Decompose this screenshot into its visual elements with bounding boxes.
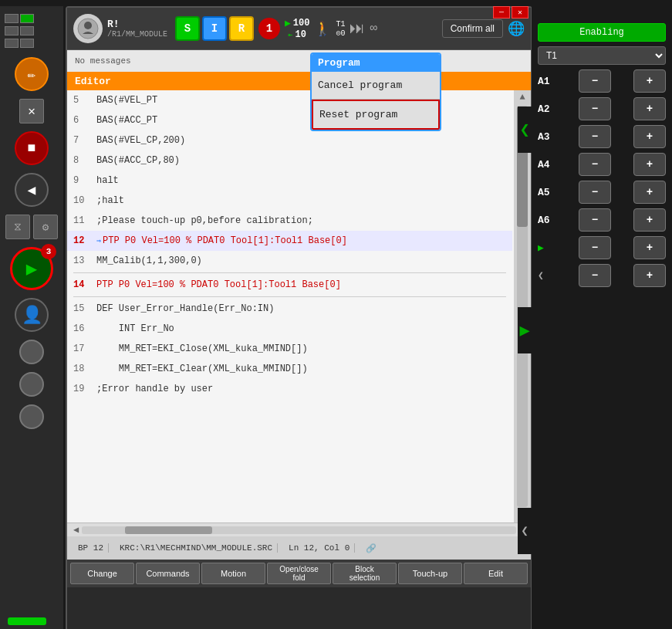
edit-button[interactable]: Edit [464, 563, 528, 584]
infinity-icon: ∞ [370, 22, 377, 36]
axis-a3-label: A3 [538, 131, 556, 143]
line-number: 19 [73, 384, 96, 394]
left-arrow-btn[interactable]: ❮ [518, 107, 532, 153]
table-row: 6 BAS(#ACC_PT [67, 110, 512, 130]
a2-plus-button[interactable]: + [633, 97, 666, 120]
scroll-left-button[interactable]: ◀ [70, 524, 82, 536]
svg-point-1 [84, 22, 92, 29]
axis-row-extra: ▶ − + [538, 236, 666, 259]
speed-bottom: 10 [295, 29, 306, 40]
main-panel: R! /R1/MM_MODULE S I R 1 ▶ 100 ⇤ 10 🚶 T1… [66, 6, 532, 629]
close-btn[interactable]: ✕ [19, 99, 44, 123]
table-row: 17 MM_RET=EKI_Close(XML_kuka_MMIND[]) [67, 339, 512, 359]
close-window-button[interactable]: ✕ [512, 6, 528, 19]
program-menu: Program Cancel program Reset program 2 [310, 52, 441, 131]
t-select[interactable]: T1 T2 [538, 46, 666, 65]
cancel-program-button[interactable]: Cancel program [312, 72, 440, 100]
a4-plus-button[interactable]: + [633, 153, 666, 176]
stop-icon[interactable]: ■ [15, 131, 49, 165]
reset-program-label: Reset program [319, 109, 397, 120]
a1-plus-button[interactable]: + [633, 69, 666, 93]
code-editor[interactable]: 5 BAS(#VEL_PT 6 BAS(#ACC_PT 7 BAS(#VEL_C… [67, 90, 531, 522]
line-code: halt [96, 175, 119, 186]
clock-icon[interactable]: ⧖ [5, 215, 30, 239]
globe-icon[interactable]: 🌐 [508, 20, 525, 37]
left-sidebar: ✏ ✕ ■ ◀ ⧖ ⚙ ▶ 3 👤 [0, 6, 63, 629]
mode-i-button[interactable]: I [202, 16, 227, 41]
separator [73, 272, 506, 273]
bottom-minus-button[interactable]: − [579, 264, 611, 287]
mode-s-button[interactable]: S [175, 16, 200, 41]
editor-header: Editor [67, 72, 531, 90]
a6-minus-button[interactable]: − [579, 208, 611, 232]
left-arrow-btn-2[interactable]: ❮ [518, 508, 532, 554]
minimize-button[interactable]: ─ [493, 6, 510, 19]
axis-extra-label: ▶ [538, 242, 556, 254]
bottom-plus-button[interactable]: + [633, 264, 666, 287]
line-number: 6 [73, 115, 96, 126]
indicator-2 [20, 14, 34, 23]
a1-minus-button[interactable]: − [579, 69, 611, 93]
table-row: 15 DEF User_Error_Handle(Err_No:IN) [67, 299, 512, 319]
extra-plus-button[interactable]: + [633, 236, 666, 259]
settings-icon[interactable]: ⚙ [33, 215, 58, 239]
table-row: 14 PTP P0 Vel=100 % PDAT0 Tool[1]:Tool1 … [67, 275, 512, 295]
axis-row-a4: A4 − + [538, 153, 666, 176]
scroll-up-button[interactable]: ▲ [519, 92, 525, 103]
line-number: 9 [73, 175, 96, 186]
table-row: 10 ;halt [67, 191, 512, 211]
enabling-button[interactable]: Enabling [538, 23, 666, 42]
right-arrow-btn-side[interactable]: ▶ [518, 307, 532, 353]
back-icon[interactable]: ◀ [15, 173, 49, 207]
line-code: BAS(#ACC_CP,80) [96, 155, 180, 166]
editor-area: 5 BAS(#VEL_PT 6 BAS(#ACC_PT 7 BAS(#VEL_C… [67, 90, 531, 522]
table-row: 8 BAS(#ACC_CP,80) [67, 150, 512, 171]
a3-plus-button[interactable]: + [633, 125, 666, 148]
axis-row-a3: A3 − + [538, 125, 666, 148]
change-button[interactable]: Change [70, 563, 134, 584]
separator [73, 296, 506, 297]
extra-minus-button[interactable]: − [579, 236, 611, 259]
commands-button[interactable]: Commands [136, 563, 200, 584]
a2-minus-button[interactable]: − [579, 97, 611, 120]
message-text: No messages [75, 56, 131, 66]
line-code: ;halt [96, 195, 124, 206]
confirm-all-button[interactable]: Confirm all [442, 19, 503, 38]
axis-bottom-label: ❮ [538, 269, 556, 282]
line-code: INT Err_No [96, 323, 174, 334]
motion-button[interactable]: Motion [201, 563, 265, 584]
a3-minus-button[interactable]: − [579, 125, 611, 148]
axis-a5-label: A5 [538, 187, 556, 198]
a4-minus-button[interactable]: − [579, 153, 611, 176]
edit-icon[interactable]: ✏ [15, 57, 49, 91]
a6-plus-button[interactable]: + [633, 208, 666, 232]
line-code: BAS(#VEL_PT [96, 95, 157, 106]
dot-icon-1 [19, 340, 44, 364]
dot-icon-2 [19, 372, 44, 397]
top-bar: R! /R1/MM_MODULE S I R 1 ▶ 100 ⇤ 10 🚶 T1… [67, 8, 531, 50]
line-code: ;Please touch-up p0,before calibration; [96, 215, 313, 226]
horizontal-scrollbar[interactable]: ◀ ▶ [67, 522, 531, 536]
line-number: 13 [73, 255, 96, 266]
line-number: 5 [73, 95, 96, 106]
axis-a6-label: A6 [538, 215, 556, 226]
a5-plus-button[interactable]: + [633, 181, 666, 204]
mode-buttons: S I R [175, 16, 254, 41]
line-code: BAS(#VEL_CP,200) [96, 135, 185, 146]
a5-minus-button[interactable]: − [579, 181, 611, 204]
green-arrow-area: ❮ ▶ ❮ [518, 107, 532, 554]
block-selection-button[interactable]: Blockselection [333, 563, 397, 584]
mode-r-button[interactable]: R [229, 16, 254, 41]
scroll-track-horiz [82, 526, 516, 534]
skip-icon: ⏭ [350, 19, 365, 38]
reset-program-button[interactable]: Reset program [312, 100, 440, 130]
status-bar: BP 12 KRC:\R1\MECHMIND\MM_MODULE.SRC Ln … [67, 536, 531, 560]
axis-a4-label: A4 [538, 159, 556, 171]
user-icon[interactable]: 👤 [15, 298, 49, 332]
line-number: 17 [73, 343, 96, 354]
touch-up-button[interactable]: Touch-up [398, 563, 462, 584]
table-row: 11 ;Please touch-up p0,before calibratio… [67, 211, 512, 231]
open-close-fold-button[interactable]: Open/closefold [267, 563, 331, 584]
line-code: DEF User_Error_Handle(Err_No:IN) [96, 303, 274, 314]
indicator-3 [5, 26, 19, 36]
